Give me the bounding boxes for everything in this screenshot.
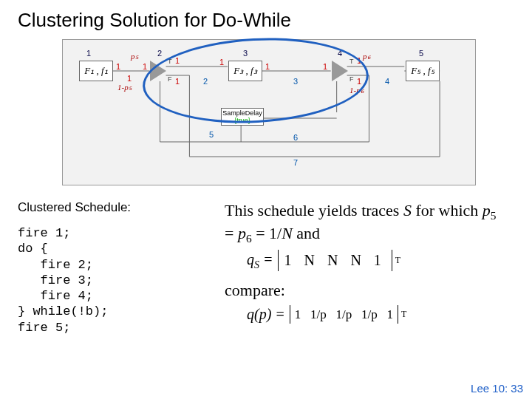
node-num-2: 2 xyxy=(157,49,162,58)
switch-4 xyxy=(332,61,348,81)
exp-t2: for which xyxy=(412,201,482,219)
compare-label: compare: xyxy=(225,280,505,301)
eq-qp-vec: 1 1/p 1/p 1/p 1 xyxy=(290,305,398,324)
edge-3: 1 xyxy=(175,56,180,65)
actor-f1: F₁ , f₁ xyxy=(79,61,113,81)
v2-5: 1 xyxy=(387,307,394,321)
schedule-heading: Clustered Schedule: xyxy=(18,200,210,215)
v2-1: 1 xyxy=(295,307,301,321)
exp-s6: 6 xyxy=(246,232,252,245)
exp-eq: = xyxy=(225,224,238,242)
edge-lbl-2: 2 xyxy=(203,77,208,86)
actor-f5: F₅ , f₅ xyxy=(406,61,440,81)
edge-7: 1 xyxy=(265,62,270,71)
eq-qp-T: T xyxy=(401,309,406,320)
v2-4: 1/p xyxy=(361,307,378,321)
prob-p5: p₅ xyxy=(131,52,138,61)
edge-11: 1 xyxy=(357,77,361,86)
diagram: 1 2 3 4 5 F₁ , f₁ T F F₃ , f₃ T F F₅ , f… xyxy=(72,46,466,171)
exp-p5: p xyxy=(482,201,491,219)
sample-delay-true: {true} xyxy=(222,117,263,124)
edge-10: 1 xyxy=(357,56,361,65)
edge-lbl-3: 3 xyxy=(293,77,298,86)
node-num-5: 5 xyxy=(419,49,423,58)
tf-2t: T xyxy=(168,58,172,65)
v2-2: 1/p xyxy=(310,307,327,321)
schedule-column: Clustered Schedule: fire 1; do { fire 2;… xyxy=(18,197,210,335)
eq-qS-T: T xyxy=(395,255,400,266)
edge-lbl-7: 7 xyxy=(293,158,298,167)
actor-f3: F₃ , f₃ xyxy=(228,61,262,81)
exp-eq2: = 1/ xyxy=(252,224,282,242)
eq-qS-sub: S xyxy=(254,259,259,270)
prob-1mp6: 1-p₆ xyxy=(349,86,364,95)
exp-t1: This schedule yields traces xyxy=(225,201,403,219)
sample-delay-box: SampleDelay {true} xyxy=(221,108,264,126)
sample-delay-label: SampleDelay xyxy=(222,109,263,117)
exp-p6: p xyxy=(238,224,246,242)
eq-qS-q: q xyxy=(247,251,254,267)
edge-left1: 1 xyxy=(127,74,132,83)
slide: Clustering Solution for Do-While xyxy=(0,0,532,399)
schedule-code: fire 1; do { fire 2; fire 3; fire 4; } w… xyxy=(18,225,210,335)
edge-lbl-5: 5 xyxy=(209,130,214,139)
prob-p6: p₆ xyxy=(363,52,370,61)
equation-qs: qS = 1 N N N 1T xyxy=(247,250,505,271)
explanation-column: This schedule yields traces S for which … xyxy=(225,197,505,335)
prob-1mp5: 1-p₅ xyxy=(117,83,132,92)
edge-1: 1 xyxy=(116,62,120,71)
lower-row: Clustered Schedule: fire 1; do { fire 2;… xyxy=(18,197,514,335)
equation-qp: q(p) = 1 1/p 1/p 1/p 1 T xyxy=(247,305,505,324)
eq-qp: q(p) xyxy=(247,306,271,322)
switch-2 xyxy=(150,61,166,81)
edge-4: 1 xyxy=(175,77,180,86)
exp-and: and xyxy=(293,224,320,242)
node-num-1: 1 xyxy=(86,49,91,58)
slide-footer: Lee 10: 33 xyxy=(471,382,523,395)
exp-N: N xyxy=(282,224,293,242)
eq-qS-vec: 1 N N N 1 xyxy=(278,250,392,271)
explain-line1: This schedule yields traces S for which … xyxy=(225,200,505,245)
edge-lbl-6: 6 xyxy=(293,133,298,142)
node-num-3: 3 xyxy=(243,49,248,58)
tf-2f: F xyxy=(168,75,172,83)
diagram-container: 1 2 3 4 5 F₁ , f₁ T F F₃ , f₃ T F F₅ , f… xyxy=(62,39,476,185)
edge-lbl-4: 4 xyxy=(385,77,389,86)
tf-4t: T xyxy=(349,58,354,65)
tf-4f: F xyxy=(349,75,354,83)
node-num-4: 4 xyxy=(338,49,342,58)
exp-s5: 5 xyxy=(491,209,497,222)
edge-5: 1 xyxy=(219,58,224,66)
v2-3: 1/p xyxy=(336,307,352,321)
edge-9: 1 xyxy=(323,62,327,71)
edge-2: 1 xyxy=(143,62,147,71)
exp-S: S xyxy=(403,201,412,219)
slide-title: Clustering Solution for Do-While xyxy=(18,9,514,32)
